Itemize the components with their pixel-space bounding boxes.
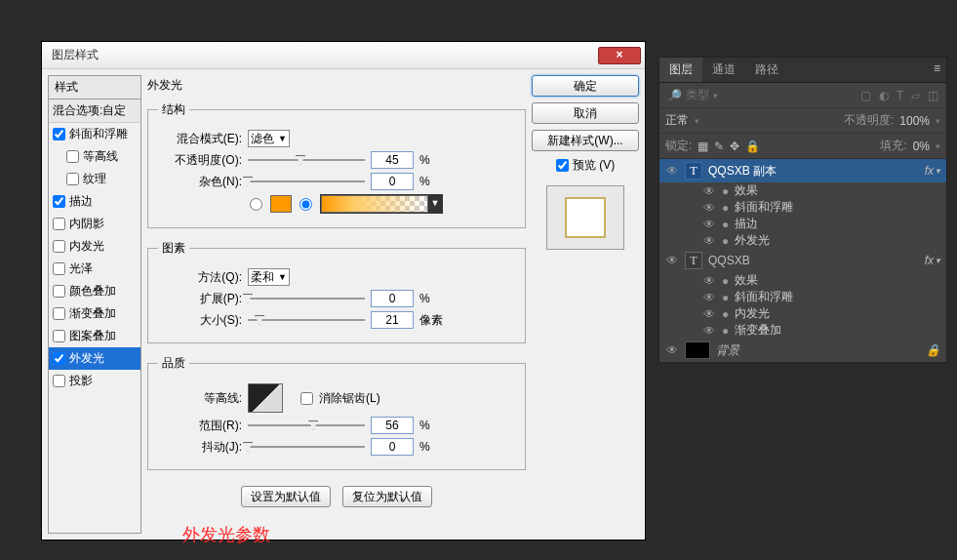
spread-value[interactable]: 0 — [371, 290, 414, 307]
size-value[interactable]: 21 — [371, 311, 414, 329]
noise-value[interactable]: 0 — [371, 173, 414, 190]
panel-menu-icon[interactable]: ≡ — [928, 58, 946, 82]
style-inner-glow-check[interactable] — [53, 240, 65, 253]
style-stroke[interactable]: 描边 — [49, 190, 140, 213]
set-default-button[interactable]: 设置为默认值 — [241, 486, 331, 507]
technique-combo[interactable]: 柔和▼ — [248, 268, 290, 286]
filter-shape-icon[interactable]: ▱ — [911, 89, 920, 102]
filter-adjust-icon[interactable]: ◐ — [879, 89, 889, 102]
jitter-value[interactable]: 0 — [371, 438, 414, 456]
visibility-icon[interactable]: 👁 — [665, 254, 679, 267]
glow-color-swatch[interactable] — [270, 195, 292, 213]
reset-default-button[interactable]: 复位为默认值 — [342, 486, 432, 507]
glow-gradient-radio[interactable] — [299, 198, 312, 211]
style-gradient-overlay-check[interactable] — [53, 307, 65, 320]
visibility-icon[interactable]: 👁 — [702, 201, 716, 215]
blend-mode-combo[interactable]: 滤色▼ — [248, 130, 290, 147]
visibility-icon[interactable]: 👁 — [702, 307, 716, 321]
blend-mode-panel[interactable]: 正常 — [665, 112, 689, 129]
style-inner-glow[interactable]: 内发光 — [49, 235, 140, 258]
visibility-icon[interactable]: 👁 — [702, 218, 716, 231]
visibility-icon[interactable]: 👁 — [702, 274, 716, 288]
filter-pixel-icon[interactable]: ▢ — [860, 89, 871, 102]
structure-legend: 结构 — [158, 101, 189, 118]
lock-all-icon[interactable]: 🔒 — [745, 140, 760, 153]
opacity-label: 不透明度(O): — [158, 152, 242, 169]
preview-check[interactable] — [556, 159, 569, 172]
jitter-label: 抖动(J): — [158, 439, 242, 456]
style-satin-check[interactable] — [53, 262, 65, 275]
visibility-icon[interactable]: 👁 — [702, 184, 716, 198]
blend-options-row[interactable]: 混合选项:自定 — [49, 100, 140, 123]
lock-paint-icon[interactable]: ✎ — [714, 140, 724, 153]
style-bevel-check[interactable] — [53, 128, 65, 140]
opacity-slider[interactable] — [248, 153, 365, 167]
fx-badge[interactable]: fx ▾ — [925, 164, 940, 178]
style-inner-shadow-check[interactable] — [53, 218, 65, 230]
style-drop-shadow[interactable]: 投影 — [49, 370, 140, 392]
visibility-icon[interactable]: 👁 — [702, 324, 716, 338]
close-button[interactable]: × — [598, 47, 641, 64]
tab-paths[interactable]: 路径 — [745, 58, 788, 82]
range-slider[interactable] — [248, 419, 365, 432]
style-texture[interactable]: 纹理 — [49, 168, 140, 190]
style-stroke-check[interactable] — [53, 195, 65, 208]
jitter-slider[interactable] — [248, 440, 365, 454]
panel-opacity-label: 不透明度: — [844, 112, 894, 129]
structure-group: 结构 混合模式(E): 滤色▼ 不透明度(O): 45 % 杂色(N): 0 % — [147, 101, 526, 228]
size-slider[interactable] — [248, 313, 365, 327]
visibility-icon[interactable]: 👁 — [702, 234, 716, 248]
style-satin[interactable]: 光泽 — [49, 258, 140, 280]
style-drop-shadow-check[interactable] — [53, 375, 65, 387]
cancel-button[interactable]: 取消 — [532, 102, 639, 124]
filter-type[interactable]: 🔎类型▾ — [667, 87, 718, 103]
antialias-label: 消除锯齿(L) — [319, 390, 380, 407]
tab-channels[interactable]: 通道 — [702, 58, 745, 82]
fill-value[interactable]: 0% — [913, 140, 930, 153]
tab-layers[interactable]: 图层 — [659, 58, 702, 82]
style-pattern-overlay[interactable]: 图案叠加 — [49, 325, 140, 347]
range-label: 范围(R): — [158, 418, 242, 434]
style-gradient-overlay[interactable]: 渐变叠加 — [49, 302, 140, 325]
new-style-button[interactable]: 新建样式(W)... — [532, 130, 639, 151]
glow-gradient-picker[interactable]: ▼ — [320, 194, 443, 214]
style-contour-check[interactable] — [66, 150, 79, 163]
lock-position-icon[interactable]: ✥ — [730, 140, 739, 153]
visibility-icon[interactable]: 👁 — [665, 164, 679, 178]
layer-name: 背景 — [716, 342, 739, 359]
style-bevel[interactable]: 斜面和浮雕 — [49, 123, 140, 145]
fx-badge[interactable]: fx ▾ — [925, 254, 940, 267]
style-outer-glow[interactable]: 外发光 — [49, 347, 140, 370]
style-texture-check[interactable] — [66, 173, 79, 185]
layer-thumbnail — [685, 341, 710, 359]
opacity-value[interactable]: 45 — [371, 151, 414, 169]
filter-smart-icon[interactable]: ◫ — [928, 89, 938, 102]
antialias-check[interactable] — [300, 392, 313, 405]
lock-transparency-icon[interactable]: ▦ — [698, 140, 708, 153]
glow-color-radio[interactable] — [250, 198, 262, 211]
layer-row[interactable]: 👁 T QQSXB fx ▾ — [659, 249, 946, 272]
dialog-titlebar[interactable]: 图层样式 × — [42, 42, 645, 69]
visibility-icon[interactable]: 👁 — [702, 291, 716, 304]
elements-group: 图素 方法(Q): 柔和▼ 扩展(P): 0 % 大小(S): 21 像素 — [147, 240, 526, 343]
noise-label: 杂色(N): — [158, 174, 242, 190]
style-color-overlay[interactable]: 颜色叠加 — [49, 280, 140, 302]
noise-slider[interactable] — [248, 175, 365, 188]
chevron-down-icon: ▼ — [278, 134, 287, 143]
panel-tabs: 图层 通道 路径 ≡ — [659, 58, 946, 83]
contour-picker[interactable] — [248, 383, 283, 413]
visibility-icon[interactable]: 👁 — [665, 343, 679, 357]
panel-opacity-value[interactable]: 100% — [899, 114, 930, 128]
style-inner-shadow[interactable]: 内阴影 — [49, 213, 140, 235]
style-outer-glow-check[interactable] — [53, 352, 65, 365]
style-contour[interactable]: 等高线 — [49, 145, 140, 168]
layer-row-background[interactable]: 👁 背景 🔒 — [659, 339, 946, 362]
layer-row[interactable]: 👁 T QQSXB 副本 fx ▾ — [659, 159, 946, 182]
spread-slider[interactable] — [248, 292, 365, 305]
style-color-overlay-check[interactable] — [53, 285, 65, 298]
filter-type-icon[interactable]: T — [897, 89, 903, 102]
style-pattern-overlay-check[interactable] — [53, 330, 65, 342]
ok-button[interactable]: 确定 — [532, 75, 639, 97]
styles-header: 样式 — [49, 76, 140, 100]
range-value[interactable]: 56 — [371, 417, 414, 434]
